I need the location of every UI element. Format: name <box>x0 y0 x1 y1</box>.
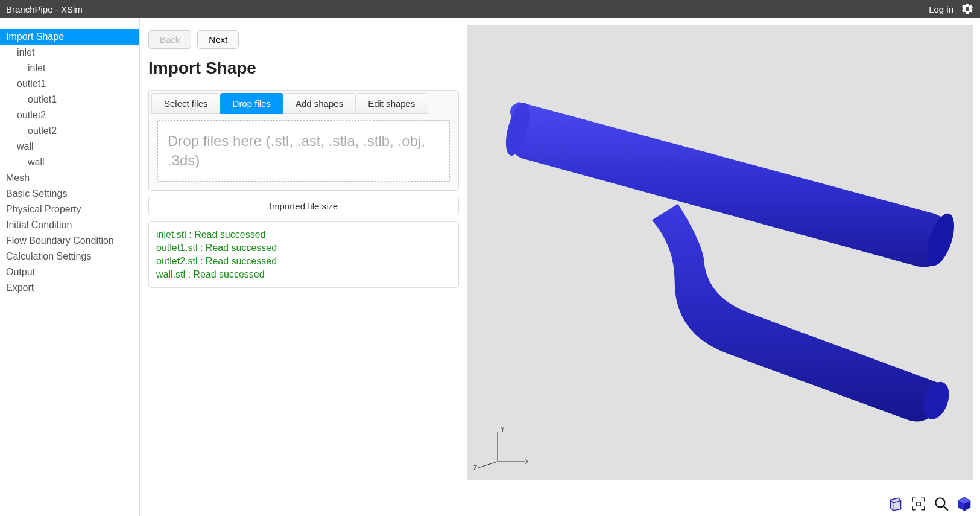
tab-select-files[interactable]: Select files <box>151 93 221 114</box>
search-icon[interactable] <box>933 495 950 512</box>
sidebar-item-wall[interactable]: wall <box>0 139 139 154</box>
viewport-container: Y X Z <box>467 18 980 516</box>
axis-gizmo: Y X Z <box>473 425 528 474</box>
titlebar: BranchPipe - XSim Log in <box>0 0 980 18</box>
sidebar-item-export[interactable]: Export <box>0 280 139 296</box>
log-line: wall.stl : Read successed <box>156 268 451 281</box>
sidebar-item-flow-boundary-condition[interactable]: Flow Boundary Condition <box>0 233 139 249</box>
tab-panel: Select filesDrop filesAdd shapesEdit sha… <box>148 90 459 191</box>
tab-edit-shapes[interactable]: Edit shapes <box>355 93 428 114</box>
sidebar-item-import-shape[interactable]: Import Shape <box>0 29 139 45</box>
pipe-main <box>510 102 949 267</box>
sidebar-item-outlet1[interactable]: outlet1 <box>0 76 139 92</box>
sidebar: Import Shapeinletinletoutlet1outlet1outl… <box>0 18 140 516</box>
sidebar-item-wall[interactable]: wall <box>0 154 139 170</box>
shading-icon[interactable] <box>956 495 973 512</box>
content-pane: Back Next Import Shape Select filesDrop … <box>140 18 467 516</box>
3d-viewport[interactable]: Y X Z <box>467 25 973 480</box>
login-link[interactable]: Log in <box>929 4 953 14</box>
sidebar-item-basic-settings[interactable]: Basic Settings <box>0 186 139 202</box>
perspective-icon[interactable] <box>887 495 904 512</box>
axis-y-label: Y <box>501 426 505 433</box>
log-line: inlet.stl : Read successed <box>156 228 451 241</box>
sidebar-item-inlet[interactable]: inlet <box>0 60 139 76</box>
sidebar-item-initial-condition[interactable]: Initial Condition <box>0 217 139 233</box>
page-title: Import Shape <box>148 59 459 78</box>
fit-icon[interactable] <box>910 495 927 512</box>
axis-z-label: Z <box>473 465 477 471</box>
tab-drop-files[interactable]: Drop files <box>220 93 283 114</box>
drop-zone[interactable]: Drop files here (.stl, .ast, .stla, .stl… <box>157 120 450 182</box>
svg-line-5 <box>943 506 948 511</box>
gear-icon[interactable] <box>961 2 974 16</box>
sidebar-item-inlet[interactable]: inlet <box>0 45 139 60</box>
svg-point-4 <box>935 498 944 507</box>
sidebar-item-physical-property[interactable]: Physical Property <box>0 202 139 217</box>
log-line: outlet2.stl : Read successed <box>156 255 451 268</box>
svg-line-2 <box>478 462 498 468</box>
next-button[interactable]: Next <box>197 30 239 49</box>
sidebar-item-outlet1[interactable]: outlet1 <box>0 92 139 107</box>
back-button[interactable]: Back <box>148 30 191 49</box>
sidebar-item-output[interactable]: Output <box>0 264 139 280</box>
import-log: inlet.stl : Read successedoutlet1.stl : … <box>148 221 459 288</box>
svg-rect-3 <box>917 502 921 506</box>
log-line: outlet1.stl : Read successed <box>156 241 451 255</box>
viewport-toolbar <box>887 495 973 512</box>
axis-x-label: X <box>525 459 528 465</box>
tab-add-shapes[interactable]: Add shapes <box>283 93 356 114</box>
imported-file-size-toggle[interactable]: Imported file size <box>148 197 459 215</box>
sidebar-item-calculation-settings[interactable]: Calculation Settings <box>0 249 139 264</box>
sidebar-item-mesh[interactable]: Mesh <box>0 170 139 186</box>
sidebar-item-outlet2[interactable]: outlet2 <box>0 107 139 123</box>
sidebar-item-outlet2[interactable]: outlet2 <box>0 123 139 139</box>
window-title: BranchPipe - XSim <box>6 4 83 14</box>
